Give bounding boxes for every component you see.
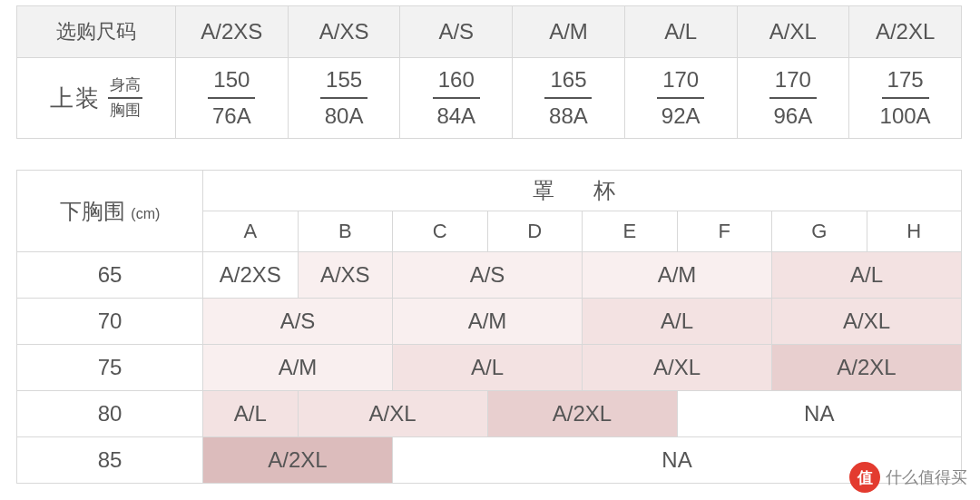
t1-size-5: A/XL xyxy=(737,6,849,58)
cell-65-A: A/2XS xyxy=(203,252,299,299)
cell-65-B: A/XS xyxy=(298,252,393,299)
cup-C: C xyxy=(393,211,488,252)
cell-70-GH: A/XL xyxy=(772,299,962,345)
t1-cell-4: 17092A xyxy=(624,58,737,139)
cell-75-GH: A/2XL xyxy=(772,345,962,391)
cell-75-EF: A/XL xyxy=(583,345,772,391)
watermark-badge-icon: 值 xyxy=(849,462,880,493)
row-label-85: 85 xyxy=(17,437,203,484)
cell-70-AB: A/S xyxy=(203,299,393,345)
t1-cell-1: 15580A xyxy=(288,58,400,139)
t1-size-0: A/2XS xyxy=(176,6,289,58)
t1-size-4: A/L xyxy=(624,6,737,58)
t1-size-2: A/S xyxy=(400,6,513,58)
cup-D: D xyxy=(487,211,583,252)
t1-cell-5: 17096A xyxy=(737,58,849,139)
t2-cup-title: 罩 杯 xyxy=(203,171,962,211)
row-label-65: 65 xyxy=(17,252,203,299)
cell-65-EF: A/M xyxy=(583,252,772,299)
cup-size-table: 下胸围 (cm) 罩 杯 A B C D E F G H 65 A/2XS A/… xyxy=(16,170,962,484)
cell-80-A: A/L xyxy=(203,391,299,437)
cell-75-CD: A/L xyxy=(393,345,583,391)
row-label-75: 75 xyxy=(17,345,203,391)
watermark-text: 什么值得买 xyxy=(886,466,967,488)
t1-size-6: A/2XL xyxy=(849,6,962,58)
t1-row-label-main: 上装 xyxy=(50,83,101,114)
watermark: 值 什么值得买 xyxy=(849,462,967,493)
cup-B: B xyxy=(298,211,393,252)
cup-E: E xyxy=(583,211,678,252)
cell-75-AB: A/M xyxy=(203,345,393,391)
t1-size-1: A/XS xyxy=(288,6,400,58)
t1-size-3: A/M xyxy=(513,6,625,58)
t1-cell-0: 15076A xyxy=(176,58,289,139)
cell-80-DE: A/2XL xyxy=(487,391,677,437)
tops-size-table: 选购尺码 A/2XS A/XS A/S A/M A/L A/XL A/2XL 上… xyxy=(16,5,962,139)
cup-A: A xyxy=(203,211,299,252)
t1-row-label-sub2: 胸围 xyxy=(108,99,142,121)
cell-70-CD: A/M xyxy=(393,299,583,345)
cell-80-BC: A/XL xyxy=(298,391,487,437)
t1-cell-6: 175100A xyxy=(849,58,962,139)
cell-85-AB: A/2XL xyxy=(203,437,393,484)
cell-70-EF: A/L xyxy=(583,299,772,345)
cell-65-CD: A/S xyxy=(393,252,583,299)
t2-row-header: 下胸围 (cm) xyxy=(17,171,203,252)
t1-cell-2: 16084A xyxy=(400,58,513,139)
cell-80-FGH: NA xyxy=(677,391,962,437)
row-label-70: 70 xyxy=(17,299,203,345)
cell-65-GH: A/L xyxy=(772,252,962,299)
t1-row-label: 上装 身高 胸围 xyxy=(17,58,176,139)
t1-cell-3: 16588A xyxy=(513,58,625,139)
cup-G: G xyxy=(772,211,867,252)
cup-F: F xyxy=(677,211,772,252)
t1-row-label-sub1: 身高 xyxy=(108,75,142,99)
cup-H: H xyxy=(867,211,962,252)
row-label-80: 80 xyxy=(17,391,203,437)
t1-header-first: 选购尺码 xyxy=(17,6,176,58)
